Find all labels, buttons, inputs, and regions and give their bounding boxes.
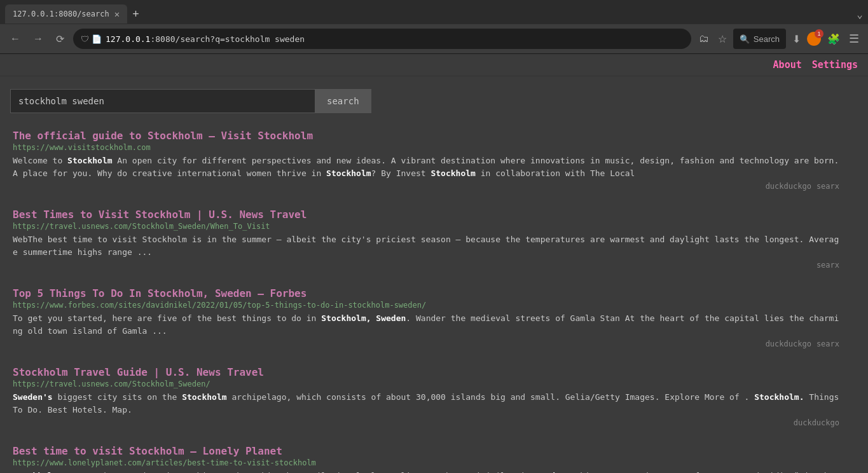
- result-item: Stockholm Travel Guide | U.S. News Trave…: [13, 366, 839, 427]
- search-area: search: [0, 76, 868, 123]
- tab-menu-icon[interactable]: ⌄: [857, 8, 863, 20]
- result-title[interactable]: Top 5 Things To Do In Stockholm, Sweden …: [13, 287, 839, 299]
- result-item: Best time to visit Stockholm – Lonely Pl…: [13, 445, 839, 473]
- result-url: https://travel.usnews.com/Stockholm_Swed…: [13, 222, 839, 231]
- notification-badge: 1: [815, 29, 823, 38]
- menu-button[interactable]: ☰: [846, 29, 862, 48]
- browser-chrome: 127.0.0.1:8080/search ✕ + ⌄ ← → ⟳ 🛡 📄 12…: [0, 0, 868, 54]
- source-searx[interactable]: searx: [816, 261, 839, 270]
- page-icon: 📄: [92, 34, 102, 44]
- result-snippet: To get you started, here are five of the…: [13, 312, 839, 337]
- result-item: Best Times to Visit Stockholm | U.S. New…: [13, 209, 839, 270]
- browser-search-button[interactable]: 🔍 Search: [733, 29, 786, 49]
- active-tab[interactable]: 127.0.0.1:8080/search ✕: [5, 4, 127, 24]
- nav-right-icons: 🗂 ☆ 🔍 Search ⬇ 1 🧩 ☰: [696, 29, 862, 49]
- source-duckduckgo[interactable]: duckduckgo: [766, 339, 811, 348]
- result-sources: duckduckgo: [13, 418, 839, 427]
- result-sources: duckduckgo searx: [13, 182, 839, 191]
- nav-bar: ← → ⟳ 🛡 📄 127.0.0.1:8080/search?q=stockh…: [0, 24, 868, 53]
- forward-button[interactable]: →: [29, 31, 47, 47]
- star-button[interactable]: ☆: [715, 31, 729, 48]
- result-url: https://travel.usnews.com/Stockholm_Swed…: [13, 380, 839, 388]
- result-sources: duckduckgo searx: [13, 339, 839, 348]
- tab-title: 127.0.0.1:8080/search: [13, 10, 109, 18]
- url-display: 127.0.0.1:8080/search?q=stockholm sweden: [106, 34, 684, 44]
- result-title[interactable]: Best time to visit Stockholm – Lonely Pl…: [13, 445, 839, 457]
- result-snippet: WebThe best time to visit Stockholm is i…: [13, 233, 839, 258]
- source-duckduckgo[interactable]: duckduckgo: [794, 418, 839, 427]
- extensions-button[interactable]: 🧩: [825, 31, 843, 48]
- result-item: Top 5 Things To Do In Stockholm, Sweden …: [13, 287, 839, 348]
- shield-icon: 🛡: [81, 34, 89, 44]
- search-input[interactable]: [10, 89, 315, 113]
- result-item: The official guide to Stockholm – Visit …: [13, 130, 839, 191]
- tab-bar: 127.0.0.1:8080/search ✕ + ⌄: [0, 0, 868, 24]
- firefox-button[interactable]: 1: [807, 32, 821, 46]
- result-title[interactable]: Stockholm Travel Guide | U.S. News Trave…: [13, 366, 839, 378]
- address-icons: 🛡 📄: [81, 34, 102, 44]
- result-sources: searx: [13, 261, 839, 270]
- search-magnifier-icon: 🔍: [740, 34, 750, 44]
- bookmark-container-button[interactable]: 🗂: [696, 31, 712, 47]
- settings-link[interactable]: Settings: [812, 59, 858, 71]
- new-tab-button[interactable]: +: [127, 8, 144, 20]
- reload-button[interactable]: ⟳: [52, 31, 68, 48]
- result-snippet: Sweden's biggest city sits on the Stockh…: [13, 391, 839, 416]
- address-bar[interactable]: 🛡 📄 127.0.0.1:8080/search?q=stockholm sw…: [73, 29, 691, 49]
- download-button[interactable]: ⬇: [790, 31, 803, 48]
- result-snippet: Stockholm puts on its running shoes this…: [13, 470, 839, 473]
- search-button[interactable]: search: [315, 89, 371, 113]
- about-link[interactable]: About: [773, 59, 802, 71]
- search-results: The official guide to Stockholm – Visit …: [0, 123, 868, 473]
- result-snippet: Welcome to Stockholm An open city for di…: [13, 154, 839, 179]
- result-title[interactable]: The official guide to Stockholm – Visit …: [13, 130, 839, 142]
- tab-close-icon[interactable]: ✕: [114, 9, 120, 19]
- result-title[interactable]: Best Times to Visit Stockholm | U.S. New…: [13, 209, 839, 221]
- result-url: https://www.forbes.com/sites/davidnikel/…: [13, 301, 839, 310]
- source-searx[interactable]: searx: [816, 182, 839, 191]
- source-searx[interactable]: searx: [816, 339, 839, 348]
- result-url: https://www.lonelyplanet.com/articles/be…: [13, 458, 839, 467]
- source-duckduckgo[interactable]: duckduckgo: [766, 182, 811, 191]
- browser-search-label: Search: [754, 34, 780, 44]
- page-navigation: About Settings: [0, 54, 868, 76]
- back-button[interactable]: ←: [6, 31, 24, 47]
- result-url: https://www.visitstockholm.com: [13, 143, 839, 152]
